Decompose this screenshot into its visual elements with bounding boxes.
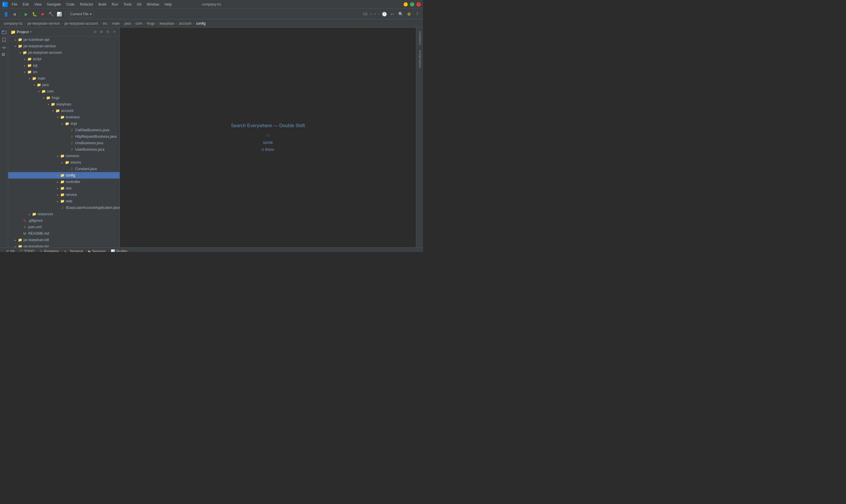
- tree-node-jar-ieasyloan-biz[interactable]: 📁 jar-ieasyloan-biz: [8, 243, 120, 247]
- tab-profiler[interactable]: 📊 Profiler: [108, 249, 130, 252]
- history-button[interactable]: 🕐: [381, 11, 388, 18]
- panel-close-button[interactable]: ✕: [111, 29, 117, 35]
- folder-icon: 📁: [27, 57, 32, 61]
- tree-node-common[interactable]: 📁 common: [8, 153, 120, 159]
- tab-git[interactable]: ⎇ Git: [2, 249, 17, 252]
- tree-label: business: [66, 115, 79, 119]
- breadcrumb-java[interactable]: java: [123, 21, 132, 26]
- breadcrumb-main[interactable]: main: [111, 21, 121, 26]
- breadcrumb-account[interactable]: jar-ieasyloan-account: [63, 21, 99, 26]
- run-config-dropdown[interactable]: Current File ▾: [68, 11, 94, 18]
- tree-node-java[interactable]: 📁 java: [8, 82, 120, 88]
- menu-git[interactable]: Git: [134, 2, 144, 7]
- tree-node-frogx[interactable]: 📁 frogx: [8, 94, 120, 101]
- tree-node-src[interactable]: 📁 src: [8, 69, 120, 75]
- tree-node-Constant[interactable]: J Constant.java: [8, 166, 120, 172]
- menu-window[interactable]: Window: [144, 2, 162, 7]
- database-panel-label[interactable]: Database: [417, 29, 423, 47]
- tree-node-CallStatBusiness[interactable]: J CallStatBusiness.java: [8, 127, 120, 133]
- menu-edit[interactable]: Edit: [20, 2, 31, 7]
- tree-node-script[interactable]: 📁 script: [8, 56, 120, 62]
- breadcrumb-com[interactable]: com: [134, 21, 144, 26]
- tree-node-jar-ieasyloan-service[interactable]: 📁 jar-ieasyloan-service: [8, 43, 120, 49]
- tree-label: CallStatBusiness.java: [75, 128, 109, 132]
- breadcrumb-service[interactable]: jar-ieasyloan-service: [26, 21, 61, 26]
- tree-node-ieasyloan[interactable]: 📁 ieasyloan: [8, 101, 120, 108]
- panel-settings-button[interactable]: ⚙: [105, 29, 111, 35]
- tree-label: IEasyLoanAccountApplication.java: [66, 205, 120, 210]
- menu-build[interactable]: Build: [96, 2, 109, 7]
- tree-node-web[interactable]: 📁 web: [8, 198, 120, 204]
- coverage-button[interactable]: 📊: [55, 11, 62, 18]
- menu-code[interactable]: Code: [64, 2, 77, 7]
- tab-terminal[interactable]: >_ Terminal: [62, 249, 85, 252]
- tree-node-UserBusiness[interactable]: J UserBusiness.java: [8, 146, 120, 153]
- tree-node-service[interactable]: 📁 service: [8, 192, 120, 198]
- tree-node-sql[interactable]: 📁 sql: [8, 62, 120, 69]
- tree-node-com[interactable]: 📁 com: [8, 88, 120, 94]
- tree-node-jar-ieasyloan-bill[interactable]: 📁 jar-ieasyloan-bill: [8, 237, 120, 243]
- tree-node-dao[interactable]: 📁 dao: [8, 185, 120, 192]
- project-icon[interactable]: [1, 29, 7, 36]
- close-button[interactable]: ✕: [416, 2, 421, 6]
- commit-icon[interactable]: [1, 44, 7, 51]
- tree-node-enums[interactable]: 📁 enums: [8, 159, 120, 166]
- tree-node-jar-icashloan-api[interactable]: 📁 jar-icashloan-api: [8, 36, 120, 43]
- tab-services[interactable]: ▶ Services: [86, 249, 108, 252]
- rollback-button[interactable]: ↩: [389, 11, 396, 18]
- tree-node-readme[interactable]: M README.md: [8, 230, 120, 237]
- folder-icon: 📁: [36, 83, 41, 87]
- menu-run[interactable]: Run: [109, 2, 121, 7]
- expand-all-button[interactable]: ⊞: [98, 29, 104, 35]
- tree-node-business[interactable]: 📁 business: [8, 114, 120, 121]
- menu-tools[interactable]: Tools: [121, 2, 134, 7]
- tab-problems[interactable]: ⚠ Problems: [37, 249, 61, 252]
- collapse-all-button[interactable]: ⊟: [92, 29, 98, 35]
- tree-node-account[interactable]: 📁 account: [8, 108, 120, 114]
- breadcrumb-frogx[interactable]: frogx: [146, 21, 156, 26]
- breadcrumb-src[interactable]: src: [101, 21, 108, 26]
- tree-node-config[interactable]: 📁 config: [8, 172, 120, 179]
- breadcrumb-ieasyloan[interactable]: ieasyloan: [158, 21, 176, 26]
- menu-bar: File Edit View Navigate Code Refactor Bu…: [10, 2, 174, 7]
- stop-button[interactable]: ■: [39, 11, 46, 18]
- minimize-button[interactable]: −: [403, 2, 408, 6]
- search-button[interactable]: 🔍: [397, 11, 404, 18]
- menu-navigate[interactable]: Navigate: [44, 2, 63, 7]
- tree-node-IEasyLoanAccountApplication[interactable]: J IEasyLoanAccountApplication.java: [8, 204, 120, 211]
- run-button[interactable]: ▶: [23, 11, 30, 18]
- tree-node-controller[interactable]: 📁 controller: [8, 179, 120, 185]
- tree-node-main[interactable]: 📁 main: [8, 75, 120, 82]
- menu-help[interactable]: Help: [162, 2, 174, 7]
- navigate-back[interactable]: ◀: [11, 11, 18, 18]
- menu-view[interactable]: View: [32, 2, 44, 7]
- bookmark-icon[interactable]: [1, 36, 7, 43]
- breadcrumb-config[interactable]: config: [195, 21, 207, 26]
- help-button[interactable]: ?: [414, 11, 421, 18]
- arrow-leaf: [65, 128, 69, 132]
- tree-node-jar-ieasyloan-account[interactable]: 📁 jar-ieasyloan-account: [8, 49, 120, 56]
- tree-node-HttpRequestBusiness[interactable]: J HttpRequestBusiness.java: [8, 133, 120, 140]
- right-sidebar: Database Notifications: [416, 28, 423, 247]
- folder-icon: 📁: [18, 244, 22, 247]
- menu-file[interactable]: File: [10, 2, 20, 7]
- tree-label: java: [42, 83, 49, 87]
- breadcrumb-account2[interactable]: account: [178, 21, 193, 26]
- notifications-panel-label[interactable]: Notifications: [417, 48, 423, 70]
- tree-node-pom[interactable]: X pom.xml: [8, 224, 120, 230]
- tree-node-gitignore[interactable]: G .gitignore: [8, 217, 120, 224]
- tab-todo[interactable]: ☐ TODO: [17, 249, 36, 252]
- debug-button[interactable]: 🐛: [31, 11, 38, 18]
- back-button[interactable]: 👤: [2, 11, 10, 18]
- tree-node-resources[interactable]: 📁 resources: [8, 211, 120, 217]
- menu-refactor[interactable]: Refactor: [77, 2, 95, 7]
- tree-node-impl[interactable]: 📁 impl: [8, 121, 120, 127]
- structure-icon[interactable]: [1, 52, 7, 59]
- maximize-button[interactable]: □: [410, 2, 414, 6]
- tree-node-UnsBusiness[interactable]: J UnsBusiness.java: [8, 140, 120, 146]
- settings-button[interactable]: ⚙: [406, 11, 412, 18]
- build-button[interactable]: 🔨: [47, 11, 54, 18]
- terminal-tab-label: Terminal: [70, 249, 83, 252]
- java-file-icon: J: [69, 128, 74, 132]
- breadcrumb-root[interactable]: company-hz: [2, 21, 24, 26]
